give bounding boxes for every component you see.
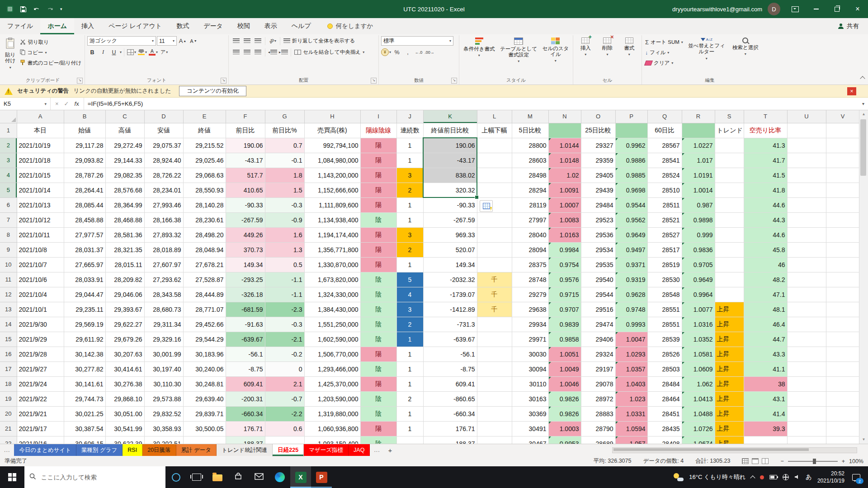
- cell-S18[interactable]: 上昇: [715, 376, 744, 391]
- volume-icon[interactable]: [794, 473, 800, 481]
- cell-R11[interactable]: 0.9649: [682, 272, 715, 287]
- clear-button[interactable]: クリア▾: [644, 58, 684, 68]
- cell-A13[interactable]: 2021/10/1: [17, 302, 64, 317]
- close-button[interactable]: ×: [847, 0, 868, 18]
- cell-I21[interactable]: 陽: [360, 421, 396, 436]
- cell-H6[interactable]: 1,111,809,600: [304, 197, 360, 212]
- cell-S21[interactable]: 上昇: [715, 421, 744, 436]
- row-header-15[interactable]: 15: [0, 332, 17, 347]
- undo-button[interactable]: [33, 6, 40, 12]
- cell-J21[interactable]: 1: [396, 421, 423, 436]
- cell-K6[interactable]: -90.33: [423, 197, 477, 212]
- cell-O3[interactable]: 29359: [581, 153, 615, 168]
- cell-C14[interactable]: 29,622.27: [105, 317, 144, 332]
- row-header-12[interactable]: 12: [0, 287, 17, 302]
- percent-style-button[interactable]: %: [392, 47, 402, 57]
- cell-F2[interactable]: 190.06: [226, 138, 265, 153]
- row-header-14[interactable]: 14: [0, 317, 17, 332]
- autosum-button[interactable]: Σオート SUM▾: [644, 38, 684, 47]
- ribbon-tab-表示[interactable]: 表示: [257, 18, 284, 34]
- message-bar-close-icon[interactable]: ×: [847, 87, 856, 95]
- cell-A12[interactable]: 2021/10/4: [17, 287, 64, 302]
- cell-Q15[interactable]: 28539: [647, 332, 682, 347]
- cell-V11[interactable]: [826, 272, 859, 287]
- excel-taskbar-button[interactable]: X: [290, 466, 311, 488]
- cell-C12[interactable]: 29,046.06: [105, 287, 144, 302]
- cell-N16[interactable]: 1.0051: [548, 347, 581, 361]
- cell-B11[interactable]: 28,033.91: [64, 272, 105, 287]
- cell-A3[interactable]: 2021/10/18: [17, 153, 64, 168]
- cell-Q20[interactable]: 28451: [647, 406, 682, 421]
- cell-A17[interactable]: 2021/9/27: [17, 361, 64, 376]
- cell-U17[interactable]: [787, 361, 826, 376]
- cell-J19[interactable]: 2: [396, 391, 423, 406]
- cell-R2[interactable]: 1.0227: [682, 138, 715, 153]
- cell-B20[interactable]: 30,021.25: [64, 406, 105, 421]
- cell-N12[interactable]: 0.9715: [548, 287, 581, 302]
- cell-U8[interactable]: [787, 227, 826, 242]
- cell-S16[interactable]: 上昇: [715, 347, 744, 361]
- cell-V10[interactable]: [826, 257, 859, 272]
- cell-I22[interactable]: 陰: [360, 436, 396, 444]
- cell-A21[interactable]: 2021/9/17: [17, 421, 64, 436]
- cell-styles-button[interactable]: セルのスタイル▾: [541, 36, 571, 65]
- cell-M21[interactable]: 30491: [512, 421, 548, 436]
- underline-button[interactable]: U: [109, 47, 119, 57]
- cell-G8[interactable]: 1.6: [265, 227, 304, 242]
- cell-I6[interactable]: 陽: [360, 197, 396, 212]
- cell-G22[interactable]: [265, 436, 304, 444]
- cell-J3[interactable]: 1: [396, 153, 423, 168]
- bold-button[interactable]: B: [87, 47, 97, 57]
- horizontal-scrollbar[interactable]: [612, 447, 857, 453]
- cell-K22[interactable]: -188.37: [423, 436, 477, 444]
- cell-D15[interactable]: 29,329.16: [144, 332, 183, 347]
- tray-status-icon[interactable]: [760, 475, 764, 479]
- cell-F19[interactable]: -200.31: [226, 391, 265, 406]
- account-avatar[interactable]: D: [768, 3, 780, 15]
- cell-G20[interactable]: -2.2: [265, 406, 304, 421]
- cell-T5[interactable]: 41.8: [744, 183, 787, 197]
- cell-M17[interactable]: 30094: [512, 361, 548, 376]
- cell-E13[interactable]: 28,771.07: [183, 302, 226, 317]
- collapse-ribbon-button[interactable]: [861, 74, 864, 82]
- cell-S12[interactable]: [715, 287, 744, 302]
- cell-B4[interactable]: 28,787.26: [64, 168, 105, 183]
- cell-N8[interactable]: 1.0163: [548, 227, 581, 242]
- cell-U18[interactable]: [787, 376, 826, 391]
- font-size-select[interactable]: 11▾: [157, 36, 177, 46]
- cell-K19[interactable]: -860.65: [423, 391, 477, 406]
- cell-M16[interactable]: 30030: [512, 347, 548, 361]
- cell-H18[interactable]: 1,425,370,000: [304, 376, 360, 391]
- cell-V5[interactable]: [826, 183, 859, 197]
- cell-D14[interactable]: 29,311.34: [144, 317, 183, 332]
- cell-H19[interactable]: 1,203,590,000: [304, 391, 360, 406]
- cell-K11[interactable]: -2032.32: [423, 272, 477, 287]
- vertical-scrollbar[interactable]: ▲ ▼: [859, 110, 868, 444]
- column-header-L[interactable]: L: [477, 110, 512, 123]
- cell-I5[interactable]: 陽: [360, 183, 396, 197]
- powerpoint-taskbar-button[interactable]: P: [311, 466, 332, 488]
- cell-V15[interactable]: [826, 332, 859, 347]
- cell-J11[interactable]: 5: [396, 272, 423, 287]
- row-header-16[interactable]: 16: [0, 347, 17, 361]
- cell-M2[interactable]: 28800: [512, 138, 548, 153]
- sheet-tab-20日騰落[interactable]: 20日騰落: [142, 444, 176, 456]
- cell-A11[interactable]: 2021/10/6: [17, 272, 64, 287]
- cell-M13[interactable]: 29638: [512, 302, 548, 317]
- ribbon-tab-数式[interactable]: 数式: [169, 18, 196, 34]
- alignment-dialog-launcher[interactable]: ↘: [371, 78, 377, 84]
- cell-N11[interactable]: 0.9576: [548, 272, 581, 287]
- align-middle-button[interactable]: [242, 36, 252, 46]
- battery-icon[interactable]: [769, 475, 777, 479]
- cell-M14[interactable]: 29934: [512, 317, 548, 332]
- cell-D18[interactable]: 30,110.30: [144, 376, 183, 391]
- align-left-button[interactable]: [231, 47, 241, 57]
- cell-M19[interactable]: 30163: [512, 391, 548, 406]
- cell-T14[interactable]: 46.4: [744, 317, 787, 332]
- cell-O20[interactable]: 28883: [581, 406, 615, 421]
- cell-C6[interactable]: 28,364.99: [105, 197, 144, 212]
- sort-filter-button[interactable]: A↓Z並べ替えとフィルター▾: [686, 36, 727, 62]
- ime-indicator[interactable]: あ: [806, 473, 812, 481]
- row-header-10[interactable]: 10: [0, 257, 17, 272]
- cell-E18[interactable]: 30,248.81: [183, 376, 226, 391]
